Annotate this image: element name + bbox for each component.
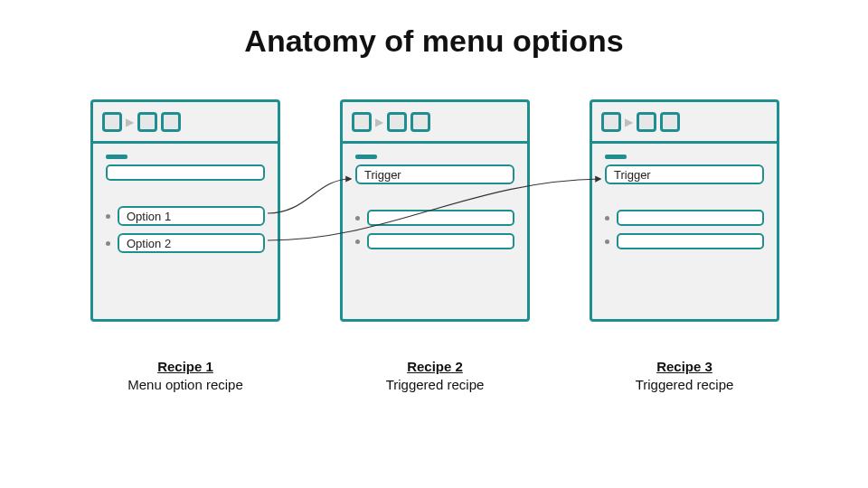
header-square-icon bbox=[637, 112, 656, 132]
header-square-icon bbox=[660, 112, 680, 132]
bullet-icon bbox=[106, 241, 110, 246]
caption-title: Recipe 3 bbox=[590, 358, 779, 376]
caption-subtitle: Menu option recipe bbox=[90, 376, 280, 394]
caption-title: Recipe 2 bbox=[340, 358, 530, 376]
option-row-1: Option 1 bbox=[106, 206, 265, 226]
step-row bbox=[355, 233, 514, 249]
bullet-icon bbox=[355, 239, 360, 244]
caption-title: Recipe 1 bbox=[90, 358, 280, 376]
accent-bar bbox=[605, 155, 627, 159]
bullet-icon bbox=[106, 214, 110, 219]
recipe-card-2: ▶ Trigger bbox=[340, 99, 530, 322]
caption-subtitle: Triggered recipe bbox=[340, 376, 530, 394]
chevron-right-icon: ▶ bbox=[126, 116, 134, 128]
accent-bar bbox=[355, 155, 377, 159]
step-row bbox=[605, 233, 764, 249]
option-2-pill: Option 2 bbox=[118, 233, 265, 253]
header-square-icon bbox=[601, 112, 621, 132]
step-row bbox=[605, 210, 764, 226]
card-body: Option 1 Option 2 bbox=[93, 144, 278, 262]
card-header: ▶ bbox=[592, 102, 777, 144]
diagram-stage: ▶ Option 1 Option 2 ▶ T bbox=[0, 99, 868, 352]
caption-recipe-1: Recipe 1 Menu option recipe bbox=[90, 358, 280, 395]
card-header: ▶ bbox=[343, 102, 527, 144]
field-placeholder bbox=[617, 210, 764, 226]
page-title: Anatomy of menu options bbox=[0, 23, 868, 59]
bullet-icon bbox=[605, 216, 609, 221]
option-1-pill: Option 1 bbox=[118, 206, 265, 226]
step-row bbox=[355, 210, 514, 226]
chevron-right-icon: ▶ bbox=[625, 116, 633, 128]
card-body: Trigger bbox=[343, 144, 527, 258]
bullet-icon bbox=[355, 216, 360, 221]
header-square-icon bbox=[410, 112, 430, 132]
caption-recipe-3: Recipe 3 Triggered recipe bbox=[590, 358, 779, 395]
field-placeholder bbox=[367, 210, 514, 226]
caption-subtitle: Triggered recipe bbox=[590, 376, 779, 394]
card-body: Trigger bbox=[592, 144, 777, 258]
field-placeholder bbox=[367, 233, 514, 249]
caption-recipe-2: Recipe 2 Triggered recipe bbox=[340, 358, 530, 395]
chevron-right-icon: ▶ bbox=[375, 116, 383, 128]
recipe-card-3: ▶ Trigger bbox=[590, 99, 779, 322]
option-row-2: Option 2 bbox=[106, 233, 265, 253]
header-square-icon bbox=[137, 112, 157, 132]
card-header: ▶ bbox=[93, 102, 278, 144]
trigger-pill: Trigger bbox=[605, 164, 764, 184]
header-square-icon bbox=[387, 112, 407, 132]
field-placeholder bbox=[106, 164, 265, 181]
bullet-icon bbox=[605, 239, 609, 244]
trigger-pill: Trigger bbox=[355, 164, 514, 184]
header-square-icon bbox=[102, 112, 122, 132]
recipe-card-1: ▶ Option 1 Option 2 bbox=[90, 99, 280, 322]
header-square-icon bbox=[161, 112, 181, 132]
field-placeholder bbox=[617, 233, 764, 249]
accent-bar bbox=[106, 155, 127, 159]
header-square-icon bbox=[352, 112, 372, 132]
